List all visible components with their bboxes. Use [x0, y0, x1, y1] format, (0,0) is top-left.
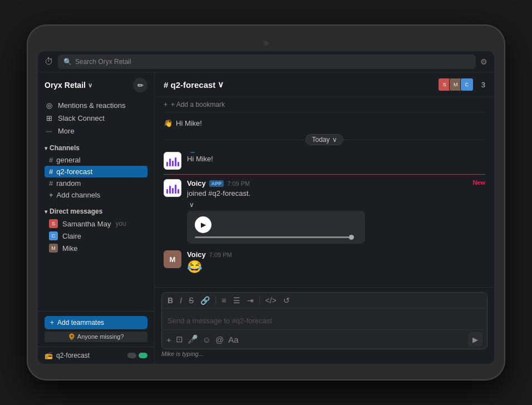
workspace-label: Oryx Retail — [45, 81, 86, 90]
sidebar-nav: ◎ Mentions & reactions ⊞ Slack Connect ·… — [38, 98, 154, 139]
filter-icon[interactable]: ⚙ — [480, 57, 487, 66]
add-channel-label: Add channels — [57, 191, 101, 199]
member-avatars: S M C — [438, 78, 474, 91]
toolbar-sep-2 — [259, 296, 260, 305]
mike-message: M Voicy 7:09 PM 😂 — [164, 248, 485, 276]
dm-section-header[interactable]: ▾ Direct messages — [45, 208, 147, 215]
dm-claire[interactable]: C Claire — [45, 230, 147, 242]
bar3 — [172, 161, 174, 166]
hi-mike-text: Hi Mike! — [176, 119, 202, 127]
dm-samantha[interactable]: S Samantha May you — [45, 218, 147, 230]
mic-button[interactable]: 🎤 — [188, 334, 198, 344]
dm-label: Direct messages — [50, 208, 102, 215]
ordered-list-button[interactable]: ≡ — [220, 295, 227, 306]
search-icon: 🔍 — [63, 58, 72, 66]
date-chevron: ∨ — [332, 136, 337, 144]
channel-general[interactable]: # general — [45, 154, 147, 166]
workspace-name[interactable]: Oryx Retail ∨ — [45, 81, 92, 90]
format-button[interactable]: Aa — [228, 335, 238, 344]
add-channel-button[interactable]: + Add channels — [45, 189, 147, 201]
more-icon: ··· — [45, 127, 53, 135]
send-icon: ▶ — [472, 335, 478, 344]
send-button[interactable]: ▶ — [468, 332, 482, 347]
italic-button[interactable]: I — [179, 295, 183, 306]
mike-avatar: M — [49, 244, 58, 253]
strikethrough-button[interactable]: S — [188, 295, 195, 306]
voicy-avatar-1 — [164, 152, 181, 170]
play-button[interactable]: ▶ — [195, 216, 211, 233]
sidebar-item-mentions[interactable]: ◎ Mentions & reactions — [38, 99, 154, 112]
sidebar-item-slack-connect[interactable]: ⊞ Slack Connect — [38, 112, 154, 125]
code-button[interactable]: </> — [264, 295, 278, 306]
tablet-frame: ⏱ 🔍 Search Oryx Retail ⚙ Oryx Retail ∨ ✏ — [27, 24, 505, 381]
progress-thumb — [349, 235, 354, 240]
bold-button[interactable]: B — [166, 295, 174, 306]
hash-icon-active: # — [49, 167, 53, 176]
mike-header: Voicy 7:09 PM — [187, 250, 485, 259]
status-dot-2 — [139, 353, 147, 358]
sidebar-item-more[interactable]: ··· More — [38, 125, 154, 137]
channel-title[interactable]: # q2-forecast ∨ — [164, 80, 224, 90]
camera-button[interactable]: ⊡ — [176, 334, 183, 344]
voicy-avatar-2 — [164, 179, 181, 197]
add-icon: + — [50, 319, 54, 327]
sidebar: Oryx Retail ∨ ✏ ◎ Mentions & reactions ⊞… — [38, 72, 155, 364]
messages-area[interactable]: + + Add a bookmark 👋 Hi Mike! Today ∨ — [155, 97, 494, 287]
bookmark-bar[interactable]: + + Add a bookmark — [164, 97, 485, 112]
sidebar-footer: 📻 q2-forecast — [38, 347, 154, 364]
b5 — [178, 189, 179, 194]
mike-content: Voicy 7:09 PM 😂 — [187, 250, 485, 274]
top-bar: ⏱ 🔍 Search Oryx Retail ⚙ — [38, 51, 494, 72]
voicy-time-2: 7:09 PM — [227, 180, 250, 187]
sidebar-header: Oryx Retail ∨ ✏ — [38, 72, 154, 98]
channel-random[interactable]: # random — [45, 177, 147, 189]
voicy-content-1: Hi Mike! — [187, 152, 485, 170]
date-badge[interactable]: Today ∨ — [306, 134, 343, 145]
audio-player: ▶ — [187, 211, 365, 244]
search-placeholder-text: Search Oryx Retail — [75, 58, 131, 66]
channel-title-chevron: ∨ — [218, 80, 224, 90]
channels-section-header[interactable]: ▾ Channels — [45, 144, 147, 152]
voicy-text-1: Hi Mike! — [187, 154, 485, 164]
add-teammates-button[interactable]: + Add teammates — [45, 316, 147, 329]
channel-q2-forecast[interactable]: # q2-forecast — [45, 166, 147, 177]
compose-icon: ✏ — [137, 81, 144, 90]
workspace-chevron-icon: ∨ — [88, 82, 92, 89]
voicy-message-2: New Voicy — [164, 177, 485, 248]
more-label: More — [58, 127, 75, 135]
bar2 — [169, 159, 171, 166]
b3 — [172, 188, 174, 194]
voicy-bars — [166, 155, 179, 166]
tablet-camera — [264, 41, 268, 46]
voicy-bars-2 — [166, 182, 179, 194]
mp3-label[interactable]: ∨ — [187, 201, 485, 209]
link-button[interactable]: 🔗 — [199, 295, 211, 306]
indent-button[interactable]: ⇥ — [246, 295, 255, 306]
audio-progress[interactable] — [195, 236, 357, 238]
message-input[interactable] — [162, 312, 487, 329]
history-icon[interactable]: ⏱ — [45, 57, 53, 67]
dm-section: ▾ Direct messages S Samantha May you C C… — [38, 202, 154, 255]
at-button[interactable]: @ — [215, 335, 224, 344]
typing-indicator: Mike is typing... — [161, 349, 487, 359]
bookmark-icon: + — [164, 101, 168, 108]
undo-button[interactable]: ↺ — [282, 295, 291, 306]
channel-q2-forecast-label: q2-forecast — [56, 167, 92, 176]
channels-section: ▾ Channels # general # q2-forecast # ran… — [38, 139, 154, 202]
status-dot-1 — [127, 353, 136, 358]
dm-mike[interactable]: M Mike — [45, 242, 147, 254]
claire-name: Claire — [62, 232, 81, 240]
anyone-missing-badge[interactable]: 🌻 Anyone missing? — [45, 332, 147, 342]
emoji-button[interactable]: ☺ — [203, 335, 211, 344]
toolbar-sep-1 — [215, 296, 216, 305]
compose-button[interactable]: ✏ — [133, 78, 147, 92]
search-bar[interactable]: 🔍 Search Oryx Retail — [58, 55, 476, 69]
member-count: 3 — [481, 81, 485, 89]
hash-icon-random: # — [49, 179, 53, 187]
progress-bar[interactable] — [195, 236, 354, 238]
b4 — [175, 185, 176, 194]
bookmark-label: + Add a bookmark — [171, 101, 225, 108]
samantha-name: Samantha May — [62, 220, 111, 228]
plus-button[interactable]: + — [166, 335, 171, 344]
unordered-list-button[interactable]: ☰ — [232, 295, 242, 306]
